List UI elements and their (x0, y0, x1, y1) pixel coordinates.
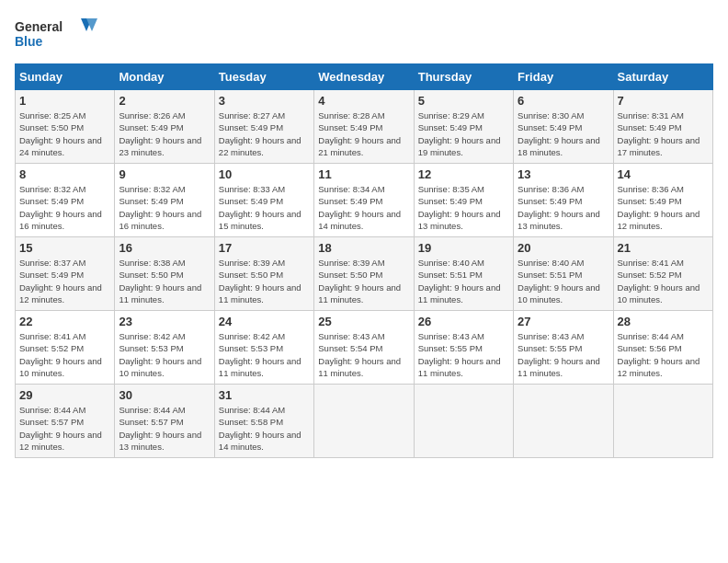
day-cell-28: 28 Sunrise: 8:44 AMSunset: 5:56 PMDaylig… (613, 311, 712, 385)
day-info: Sunrise: 8:37 AMSunset: 5:49 PMDaylight:… (19, 258, 102, 304)
day-number: 14 (618, 167, 709, 181)
day-cell-29: 29 Sunrise: 8:44 AMSunset: 5:57 PMDaylig… (16, 385, 115, 458)
logo-svg: General Blue (15, 15, 97, 56)
week-row-1: 1 Sunrise: 8:25 AMSunset: 5:50 PMDayligh… (16, 90, 713, 164)
day-info: Sunrise: 8:32 AMSunset: 5:49 PMDaylight:… (19, 184, 102, 231)
day-info: Sunrise: 8:38 AMSunset: 5:50 PMDaylight:… (119, 258, 201, 304)
svg-text:Blue: Blue (15, 34, 43, 49)
day-info: Sunrise: 8:39 AMSunset: 5:50 PMDaylight:… (219, 258, 301, 304)
day-cell-10: 10 Sunrise: 8:33 AMSunset: 5:49 PMDaylig… (214, 164, 313, 237)
day-number: 28 (618, 315, 709, 328)
day-number: 5 (418, 94, 509, 108)
day-info: Sunrise: 8:25 AMSunset: 5:50 PMDaylight:… (19, 110, 102, 157)
day-number: 29 (19, 388, 110, 402)
week-row-4: 22 Sunrise: 8:41 AMSunset: 5:52 PMDaylig… (16, 311, 713, 385)
day-info: Sunrise: 8:33 AMSunset: 5:49 PMDaylight:… (219, 184, 301, 231)
day-info: Sunrise: 8:43 AMSunset: 5:55 PMDaylight:… (518, 331, 600, 378)
svg-text:General: General (15, 19, 63, 34)
day-number: 17 (219, 241, 310, 255)
day-info: Sunrise: 8:40 AMSunset: 5:51 PMDaylight:… (418, 258, 501, 304)
week-row-5: 29 Sunrise: 8:44 AMSunset: 5:57 PMDaylig… (16, 385, 713, 458)
day-number: 12 (418, 167, 509, 181)
day-info: Sunrise: 8:26 AMSunset: 5:49 PMDaylight:… (119, 110, 201, 157)
logo: General Blue (15, 15, 97, 56)
day-cell-12: 12 Sunrise: 8:35 AMSunset: 5:49 PMDaylig… (414, 164, 513, 237)
day-number: 9 (119, 167, 210, 181)
day-info: Sunrise: 8:41 AMSunset: 5:52 PMDaylight:… (19, 331, 102, 378)
day-header-tuesday: Tuesday (214, 64, 313, 90)
day-info: Sunrise: 8:43 AMSunset: 5:54 PMDaylight:… (318, 331, 401, 378)
day-header-friday: Friday (514, 64, 613, 90)
day-info: Sunrise: 8:39 AMSunset: 5:50 PMDaylight:… (318, 258, 401, 304)
day-number: 13 (518, 167, 609, 181)
day-number: 1 (19, 94, 110, 108)
header: General Blue (15, 15, 713, 56)
day-info: Sunrise: 8:42 AMSunset: 5:53 PMDaylight:… (119, 331, 201, 378)
day-cell-5: 5 Sunrise: 8:29 AMSunset: 5:49 PMDayligh… (414, 90, 513, 164)
day-cell-21: 21 Sunrise: 8:41 AMSunset: 5:52 PMDaylig… (613, 237, 712, 311)
day-cell-1: 1 Sunrise: 8:25 AMSunset: 5:50 PMDayligh… (16, 90, 115, 164)
day-cell-24: 24 Sunrise: 8:42 AMSunset: 5:53 PMDaylig… (214, 311, 313, 385)
empty-cell (314, 385, 414, 458)
day-header-wednesday: Wednesday (314, 64, 414, 90)
day-cell-14: 14 Sunrise: 8:36 AMSunset: 5:49 PMDaylig… (613, 164, 712, 237)
day-cell-17: 17 Sunrise: 8:39 AMSunset: 5:50 PMDaylig… (214, 237, 313, 311)
day-info: Sunrise: 8:32 AMSunset: 5:49 PMDaylight:… (119, 184, 201, 231)
day-header-monday: Monday (115, 64, 214, 90)
day-cell-23: 23 Sunrise: 8:42 AMSunset: 5:53 PMDaylig… (115, 311, 214, 385)
day-cell-31: 31 Sunrise: 8:44 AMSunset: 5:58 PMDaylig… (214, 385, 313, 458)
day-number: 18 (318, 241, 409, 255)
empty-cell (514, 385, 613, 458)
day-number: 6 (518, 94, 609, 108)
day-info: Sunrise: 8:44 AMSunset: 5:58 PMDaylight:… (219, 405, 301, 452)
day-number: 24 (219, 315, 310, 328)
day-number: 23 (119, 315, 210, 328)
week-row-3: 15 Sunrise: 8:37 AMSunset: 5:49 PMDaylig… (16, 237, 713, 311)
day-number: 26 (418, 315, 509, 328)
day-info: Sunrise: 8:44 AMSunset: 5:57 PMDaylight:… (19, 405, 102, 452)
day-cell-26: 26 Sunrise: 8:43 AMSunset: 5:55 PMDaylig… (414, 311, 513, 385)
empty-cell (613, 385, 712, 458)
day-number: 16 (119, 241, 210, 255)
day-number: 25 (318, 315, 409, 328)
day-info: Sunrise: 8:42 AMSunset: 5:53 PMDaylight:… (219, 331, 301, 378)
day-number: 30 (119, 388, 210, 402)
day-cell-7: 7 Sunrise: 8:31 AMSunset: 5:49 PMDayligh… (613, 90, 712, 164)
header-row: SundayMondayTuesdayWednesdayThursdayFrid… (16, 64, 713, 90)
day-info: Sunrise: 8:28 AMSunset: 5:49 PMDaylight:… (318, 110, 401, 157)
day-number: 15 (19, 241, 110, 255)
empty-cell (414, 385, 513, 458)
day-info: Sunrise: 8:44 AMSunset: 5:56 PMDaylight:… (618, 331, 700, 378)
day-cell-19: 19 Sunrise: 8:40 AMSunset: 5:51 PMDaylig… (414, 237, 513, 311)
day-number: 8 (19, 167, 110, 181)
day-info: Sunrise: 8:44 AMSunset: 5:57 PMDaylight:… (119, 405, 201, 452)
day-info: Sunrise: 8:40 AMSunset: 5:51 PMDaylight:… (518, 258, 600, 304)
day-cell-18: 18 Sunrise: 8:39 AMSunset: 5:50 PMDaylig… (314, 237, 414, 311)
day-number: 20 (518, 241, 609, 255)
day-number: 19 (418, 241, 509, 255)
day-cell-9: 9 Sunrise: 8:32 AMSunset: 5:49 PMDayligh… (115, 164, 214, 237)
calendar-table: SundayMondayTuesdayWednesdayThursdayFrid… (15, 63, 713, 458)
day-number: 22 (19, 315, 110, 328)
day-info: Sunrise: 8:36 AMSunset: 5:49 PMDaylight:… (518, 184, 600, 231)
day-cell-30: 30 Sunrise: 8:44 AMSunset: 5:57 PMDaylig… (115, 385, 214, 458)
day-header-saturday: Saturday (613, 64, 712, 90)
day-cell-16: 16 Sunrise: 8:38 AMSunset: 5:50 PMDaylig… (115, 237, 214, 311)
day-cell-2: 2 Sunrise: 8:26 AMSunset: 5:49 PMDayligh… (115, 90, 214, 164)
day-cell-25: 25 Sunrise: 8:43 AMSunset: 5:54 PMDaylig… (314, 311, 414, 385)
day-info: Sunrise: 8:43 AMSunset: 5:55 PMDaylight:… (418, 331, 501, 378)
day-number: 31 (219, 388, 310, 402)
day-cell-11: 11 Sunrise: 8:34 AMSunset: 5:49 PMDaylig… (314, 164, 414, 237)
day-number: 11 (318, 167, 409, 181)
day-header-sunday: Sunday (16, 64, 115, 90)
day-cell-15: 15 Sunrise: 8:37 AMSunset: 5:49 PMDaylig… (16, 237, 115, 311)
day-cell-22: 22 Sunrise: 8:41 AMSunset: 5:52 PMDaylig… (16, 311, 115, 385)
day-info: Sunrise: 8:29 AMSunset: 5:49 PMDaylight:… (418, 110, 501, 157)
day-info: Sunrise: 8:27 AMSunset: 5:49 PMDaylight:… (219, 110, 301, 157)
day-cell-8: 8 Sunrise: 8:32 AMSunset: 5:49 PMDayligh… (16, 164, 115, 237)
day-cell-4: 4 Sunrise: 8:28 AMSunset: 5:49 PMDayligh… (314, 90, 414, 164)
day-number: 27 (518, 315, 609, 328)
day-number: 4 (318, 94, 409, 108)
day-info: Sunrise: 8:30 AMSunset: 5:49 PMDaylight:… (518, 110, 600, 157)
day-cell-3: 3 Sunrise: 8:27 AMSunset: 5:49 PMDayligh… (214, 90, 313, 164)
